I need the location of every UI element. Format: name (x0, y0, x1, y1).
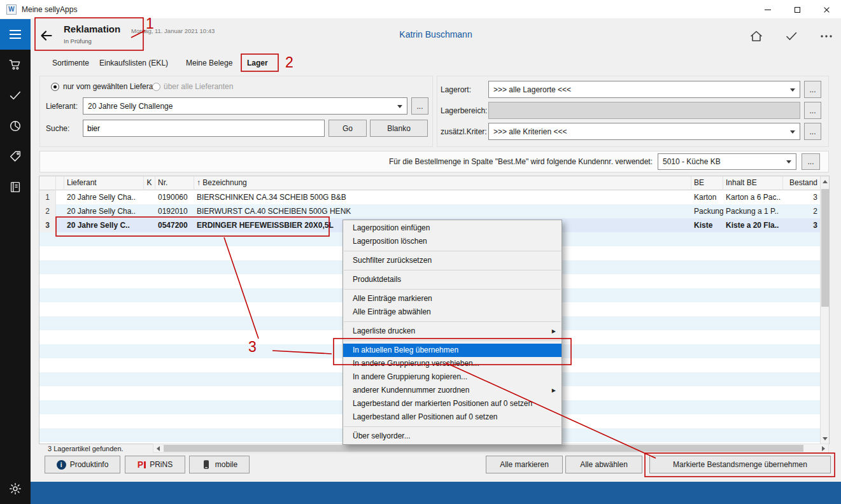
tab-einkaufslisten[interactable]: Einkaufslisten (EKL) (99, 59, 168, 67)
maximize-button[interactable] (782, 0, 812, 19)
select-all-button[interactable]: Alle markieren (486, 456, 563, 473)
home-icon (749, 29, 764, 44)
menu-item-lagerbestand-markierte-null[interactable]: Lagerbestand der markierten Positionen a… (343, 397, 562, 410)
sidebar-item-cart[interactable] (0, 50, 31, 80)
storage-area-combobox (488, 102, 800, 119)
submenu-arrow-icon: ▶ (552, 325, 556, 338)
menu-item-lagerbestand-alle-null[interactable]: Lagerbestand aller Positionen auf 0 setz… (343, 410, 562, 424)
tab-lager[interactable]: Lager (247, 59, 268, 67)
gear-icon (8, 482, 22, 496)
maximize-icon (795, 7, 800, 13)
column-header-nr[interactable]: Nr. (155, 176, 194, 190)
table-row-2[interactable]: 2 20 Jahre Selly Cha.. 0192010 BIERWURST… (39, 204, 829, 218)
more-options-button[interactable] (819, 29, 834, 46)
radio-selected-supplier[interactable] (51, 83, 59, 91)
search-label: Suche: (46, 124, 69, 133)
column-header-bezeichnung[interactable]: ↑ Bezeichnung (194, 176, 691, 190)
supplier-value: 20 Jahre Selly Challenge (88, 102, 173, 111)
menu-item-alle-eintraege-markieren[interactable]: Alle Einträge markieren (343, 292, 562, 305)
scroll-left-arrow[interactable] (153, 444, 163, 452)
column-header-inhalt[interactable]: Inhalt BE (723, 176, 783, 190)
status-text: 3 Lagerartikel gefunden. (48, 445, 124, 452)
minimize-button[interactable] (753, 0, 782, 19)
scroll-up-arrow[interactable] (821, 176, 830, 186)
chevron-down-icon (790, 88, 795, 92)
chevron-down-icon (397, 105, 402, 108)
tag-icon (8, 150, 22, 164)
column-header-lieferant[interactable]: Lieferant (64, 176, 144, 190)
menu-item-lagerposition-einfuegen[interactable]: Lagerposition einfügen (343, 221, 562, 235)
go-button[interactable]: Go (329, 120, 367, 137)
column-header-k[interactable]: K (144, 176, 155, 190)
menu-item-ueber-sellyorder[interactable]: Über sellyorder... (343, 430, 562, 443)
menu-item-gruppierung-kopieren[interactable]: In andere Gruppierung kopieren... (343, 370, 562, 384)
scroll-down-arrow[interactable] (821, 433, 830, 444)
menu-item-gruppierung-verschieben[interactable]: In andere Gruppierung verschieben... (343, 357, 562, 370)
menu-item-suchfilter-zuruecksetzen[interactable]: Suchfilter zurücksetzen (343, 254, 562, 267)
produktinfo-button[interactable]: i Produktinfo (45, 456, 120, 473)
customer-number-combobox[interactable]: 5010 - Küche KB (658, 153, 796, 170)
sort-ascending-icon: ↑ (197, 178, 201, 187)
info-icon: i (57, 460, 66, 470)
customer-number-value: 5010 - Küche KB (663, 157, 721, 166)
sidebar-item-catalog[interactable] (0, 172, 31, 202)
tab-sortimente[interactable]: Sortimente (52, 59, 89, 67)
chevron-down-icon (786, 160, 791, 164)
close-icon (823, 6, 830, 13)
pie-chart-icon (8, 119, 22, 133)
criteria-combobox[interactable]: >>> alle Kriterien <<< (488, 123, 800, 140)
tab-meine-belege[interactable]: Meine Belege (186, 59, 232, 67)
radio-all-suppliers[interactable] (152, 83, 160, 91)
menu-item-lagerposition-loeschen[interactable]: Lagerposition löschen (343, 235, 562, 248)
check-icon (8, 88, 22, 102)
horizontal-scrollbar-thumb[interactable] (164, 445, 803, 452)
radio-selected-supplier-label[interactable]: nur vom gewählten Lieferant (63, 82, 159, 91)
menu-separator (344, 289, 561, 290)
context-menu: Lagerposition einfügen Lagerposition lös… (343, 220, 562, 445)
storage-area-more-button[interactable]: ... (804, 102, 821, 119)
close-button[interactable] (812, 0, 841, 19)
column-header-be[interactable]: BE (691, 176, 723, 190)
apply-selected-stock-button[interactable]: Markierte Bestandsmenge übernehmen (649, 456, 831, 473)
menu-item-kundennummer-zuordnen[interactable]: anderer Kundennummer zuordnen ▶ (343, 384, 562, 397)
scroll-right-arrow[interactable] (819, 444, 828, 452)
deselect-all-button[interactable]: Alle abwählen (565, 456, 642, 473)
storage-location-more-button[interactable]: ... (804, 81, 821, 98)
vertical-scrollbar[interactable] (820, 176, 829, 444)
menu-item-produktdetails[interactable]: Produktdetails (343, 273, 562, 286)
book-icon (8, 180, 22, 194)
blanko-button[interactable]: Blanko (370, 120, 428, 137)
menu-item-lagerliste-drucken[interactable]: Lagerliste drucken ▶ (343, 325, 562, 338)
criteria-more-button[interactable]: ... (804, 123, 821, 140)
table-header-row: Lieferant K Nr. ↑ Bezeichnung BE Inhalt … (39, 176, 829, 190)
user-name: Katrin Buschmann (31, 29, 841, 39)
prins-button[interactable]: P PRiNS (125, 456, 185, 473)
confirm-button[interactable] (784, 29, 799, 46)
menu-toggle-button[interactable] (0, 19, 31, 50)
table-row-1[interactable]: 1 20 Jahre Selly Cha.. 0190060 BIERSCHIN… (39, 190, 829, 204)
customer-number-text: Für die Bestellmenge in Spalte "Best.Me"… (357, 157, 653, 166)
bottom-bar (31, 482, 841, 504)
menu-item-alle-eintraege-abwaehlen[interactable]: Alle Einträge abwählen (343, 305, 562, 319)
sidebar-item-statistics[interactable] (0, 111, 31, 141)
sidebar-item-tasks[interactable] (0, 80, 31, 111)
storage-location-label: Lagerort: (441, 85, 471, 94)
supplier-more-button[interactable]: ... (411, 97, 428, 115)
mobile-button[interactable]: mobile (189, 456, 250, 473)
horizontal-scrollbar[interactable] (153, 444, 829, 453)
radio-all-suppliers-label[interactable]: über alle Lieferanten (164, 82, 233, 91)
customer-number-more-button[interactable]: ... (802, 153, 820, 170)
vertical-scrollbar-thumb[interactable] (821, 189, 829, 307)
menu-separator (344, 340, 561, 341)
column-header-bestand[interactable]: Bestand (783, 176, 820, 190)
home-button[interactable] (749, 29, 764, 46)
storage-location-combobox[interactable]: >>> alle Lagerorte <<< (488, 81, 800, 98)
menu-item-in-aktuellen-beleg-uebernehmen[interactable]: In aktuellen Beleg übernehmen (343, 344, 562, 357)
search-input[interactable] (83, 120, 325, 137)
submenu-arrow-icon: ▶ (552, 384, 556, 397)
supplier-combobox[interactable]: 20 Jahre Selly Challenge (83, 97, 407, 115)
criteria-label: zusätzl.Kriter: (441, 127, 487, 136)
sidebar-item-settings[interactable] (0, 473, 31, 504)
menu-separator (344, 251, 561, 251)
sidebar-item-offers[interactable] (0, 141, 31, 172)
